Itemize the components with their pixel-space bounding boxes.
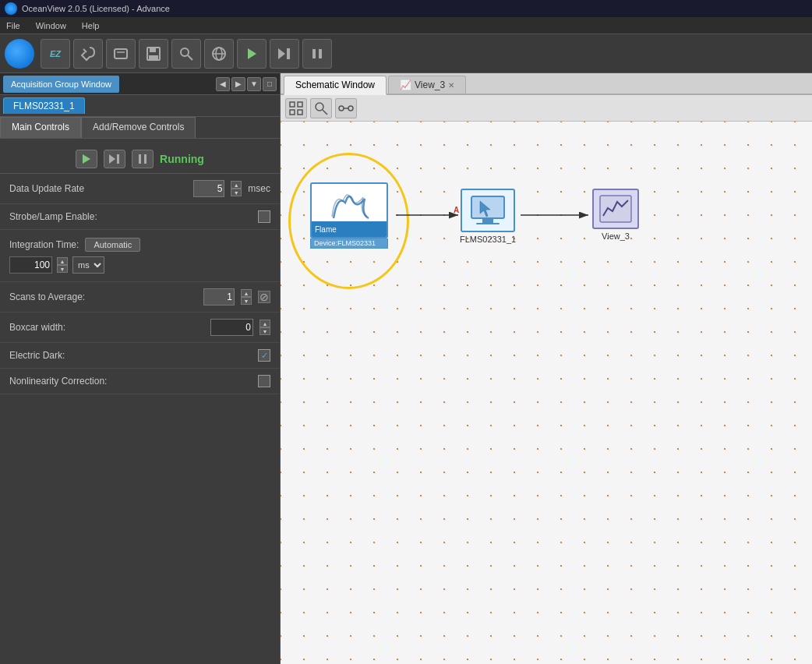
menu-help[interactable]: Help xyxy=(79,19,103,32)
view3-tab-label: View_3 xyxy=(415,79,445,90)
globe-icon xyxy=(211,46,227,62)
int-time-up[interactable]: ▲ xyxy=(57,257,68,265)
integration-time-top: Integration Time: Automatic xyxy=(9,238,270,252)
schematic-toolbar xyxy=(281,95,812,122)
flame-device-node[interactable]: Flame Device:FLMS02331 xyxy=(310,182,388,249)
main-layout: Acquisition Group Window ◀ ▶ ▼ □ FLMS023… xyxy=(0,73,812,664)
schematic-canvas[interactable]: A Flame xyxy=(281,122,812,664)
acquisition-group-tabbar: Acquisition Group Window ◀ ▶ ▼ □ xyxy=(0,73,280,95)
schematic-window-tab[interactable]: Schematic Window xyxy=(284,76,387,95)
view3-graph-node[interactable]: View_3 xyxy=(592,189,639,241)
save-icon xyxy=(146,46,161,62)
graph-node-box[interactable] xyxy=(592,189,639,229)
integration-time-input[interactable] xyxy=(9,256,52,274)
integration-time-unit-select[interactable]: ms s μs xyxy=(72,256,104,274)
svg-marker-11 xyxy=(278,48,285,59)
play-ctrl-btn[interactable] xyxy=(76,150,97,168)
menu-file[interactable]: File xyxy=(3,19,23,32)
scans-disable-btn[interactable]: ⊘ xyxy=(258,291,270,303)
pause-ctrl-btn[interactable] xyxy=(132,150,154,168)
svg-marker-16 xyxy=(109,154,115,164)
svg-rect-34 xyxy=(476,223,500,224)
step-button[interactable] xyxy=(270,39,299,69)
strobe-lamp-row: Strobe/Lamp Enable: xyxy=(0,204,280,230)
data-update-rate-label: Data Update Rate xyxy=(9,183,187,194)
data-update-rate-input[interactable] xyxy=(193,180,224,197)
svg-rect-13 xyxy=(312,49,316,58)
ez-button[interactable]: EZ xyxy=(41,39,70,69)
play-ctrl-icon xyxy=(83,154,90,164)
ocean-optics-logo xyxy=(5,39,34,69)
device-tab[interactable]: FLMS02331_1 xyxy=(3,97,85,114)
svg-rect-33 xyxy=(482,218,493,223)
label-button[interactable] xyxy=(106,39,136,69)
pause-ctrl-icon xyxy=(139,154,147,164)
titlebar-text: OceanView 2.0.5 (Licensed) - Advance xyxy=(22,4,170,13)
data-update-rate-up[interactable]: ▲ xyxy=(231,181,242,189)
svg-rect-23 xyxy=(298,110,302,115)
globe-button[interactable] xyxy=(204,39,234,69)
controls-tabs: Main Controls Add/Remove Controls xyxy=(0,117,280,139)
main-controls-tab[interactable]: Main Controls xyxy=(0,117,81,138)
view3-tab[interactable]: 📈 View_3 ✕ xyxy=(388,76,466,94)
integration-time-label: Integration Time: xyxy=(9,239,79,250)
svg-rect-18 xyxy=(139,154,141,164)
scans-to-average-spinners: ▲ ▼ xyxy=(241,289,252,305)
controls-content: Running Data Update Rate ▲ ▼ msec Strobe… xyxy=(0,139,280,664)
step-ctrl-icon xyxy=(109,154,120,164)
add-remove-controls-tab[interactable]: Add/Remove Controls xyxy=(81,117,196,138)
play-button[interactable] xyxy=(237,39,267,69)
app-logo xyxy=(5,2,17,15)
data-update-rate-unit: msec xyxy=(248,183,270,194)
scans-down[interactable]: ▼ xyxy=(241,297,252,305)
flms-monitor-node[interactable]: FLMS02331_1 xyxy=(460,189,516,244)
save-button[interactable] xyxy=(139,39,168,69)
flame-label: Flame xyxy=(315,225,337,234)
zoom-search-btn[interactable] xyxy=(310,98,332,118)
flms-node-label: FLMS02331_1 xyxy=(460,235,516,244)
label-icon xyxy=(113,46,129,62)
step-ctrl-btn[interactable] xyxy=(104,150,125,168)
scans-to-average-input[interactable] xyxy=(203,288,235,306)
boxcar-width-label: Boxcar width: xyxy=(9,322,204,333)
svg-rect-3 xyxy=(150,48,156,52)
scans-up[interactable]: ▲ xyxy=(241,289,252,297)
acquisition-group-tab[interactable]: Acquisition Group Window xyxy=(3,76,119,93)
data-update-rate-down[interactable]: ▼ xyxy=(231,189,242,196)
tab-forward-btn[interactable]: ▶ xyxy=(231,77,245,91)
boxcar-up[interactable]: ▲ xyxy=(259,320,270,327)
auto-mode-button[interactable]: Automatic xyxy=(85,238,140,252)
boxcar-down[interactable]: ▼ xyxy=(259,327,270,335)
electric-dark-row: Electric Dark: ✓ xyxy=(0,343,280,369)
svg-rect-21 xyxy=(298,102,302,107)
zoom-search-icon xyxy=(314,101,328,115)
grid-layout-btn[interactable] xyxy=(285,98,307,118)
tab-dropdown-btn[interactable]: ▼ xyxy=(247,77,261,91)
graph-icon xyxy=(598,194,633,224)
view3-tab-icon: 📈 xyxy=(400,79,411,90)
tools-button[interactable] xyxy=(73,39,103,69)
int-time-down[interactable]: ▼ xyxy=(57,265,68,273)
tab-back-btn[interactable]: ◀ xyxy=(216,77,230,91)
pause-button[interactable] xyxy=(302,39,332,69)
strobe-lamp-checkbox[interactable] xyxy=(258,210,270,223)
view3-tab-close[interactable]: ✕ xyxy=(448,81,454,90)
menu-window[interactable]: Window xyxy=(33,19,69,32)
nonlinearity-correction-checkbox[interactable] xyxy=(258,375,270,387)
electric-dark-checkbox[interactable]: ✓ xyxy=(258,349,270,362)
tab-maximize-btn[interactable]: □ xyxy=(263,77,277,91)
svg-point-27 xyxy=(348,106,353,111)
data-update-rate-row: Data Update Rate ▲ ▼ msec xyxy=(0,174,280,204)
flame-node-box[interactable]: Flame xyxy=(310,182,388,238)
scans-to-average-label: Scans to Average: xyxy=(9,291,197,302)
right-tab-bar: Schematic Window 📈 View_3 ✕ xyxy=(281,73,812,95)
search-button[interactable] xyxy=(171,39,201,69)
flame-logo-area xyxy=(315,187,383,221)
monitor-icon xyxy=(468,195,507,226)
toolbar: EZ xyxy=(0,34,812,73)
monitor-node-box[interactable] xyxy=(461,189,515,232)
svg-rect-4 xyxy=(149,55,158,59)
titlebar: OceanView 2.0.5 (Licensed) - Advance xyxy=(0,0,812,17)
boxcar-width-input[interactable] xyxy=(210,319,253,336)
connect-btn[interactable] xyxy=(335,98,357,118)
